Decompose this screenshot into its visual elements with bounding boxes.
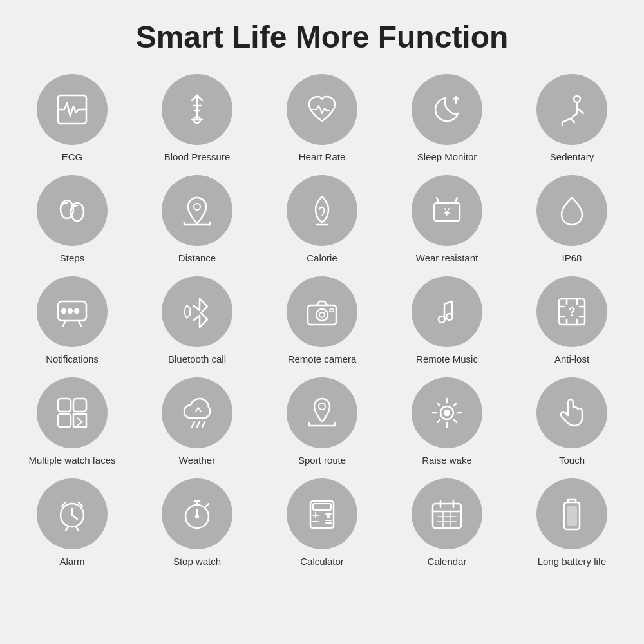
feature-ip68: IP68 <box>513 175 631 263</box>
bluetooth-call-label: Bluetooth call <box>168 354 226 365</box>
feature-remote-music: Remote Music <box>388 276 506 365</box>
stop-watch-icon <box>178 495 216 533</box>
svg-point-22 <box>75 309 79 313</box>
svg-rect-96 <box>567 506 577 526</box>
svg-point-20 <box>62 309 66 313</box>
feature-blood-pressure: Blood Pressure <box>138 74 256 162</box>
svg-line-58 <box>454 403 457 406</box>
feature-anti-lost: ? Anti-lost <box>513 276 631 365</box>
svg-point-73 <box>196 515 198 518</box>
alarm-icon-circle <box>37 478 108 549</box>
ip68-icon-circle <box>536 175 607 246</box>
stop-watch-icon-circle <box>162 478 232 549</box>
sleep-monitor-icon <box>428 90 466 129</box>
feature-steps: Steps <box>13 175 131 263</box>
svg-text:¥: ¥ <box>444 207 450 218</box>
blood-pressure-icon <box>178 90 216 129</box>
ip68-icon <box>553 191 591 230</box>
ecg-icon <box>53 90 91 129</box>
alarm-label: Alarm <box>59 556 84 567</box>
feature-distance: Distance <box>138 175 256 263</box>
svg-point-26 <box>316 309 328 321</box>
svg-line-57 <box>454 420 457 422</box>
feature-heart-rate: Heart Rate <box>263 74 381 162</box>
svg-line-59 <box>437 420 440 422</box>
calculator-icon <box>303 495 341 533</box>
weather-icon <box>178 393 216 432</box>
remote-music-icon <box>428 292 466 331</box>
feature-raise-wake: Raise wake <box>388 377 506 466</box>
wear-resistant-icon-circle: ¥ <box>412 175 482 246</box>
remote-camera-label: Remote camera <box>288 354 357 365</box>
svg-text:?: ? <box>569 305 576 318</box>
features-grid: ECG Blood Pressure Heart Rate <box>13 74 631 567</box>
watch-faces-label: Multiple watch faces <box>28 455 115 466</box>
feature-stop-watch: Stop watch <box>138 478 256 567</box>
long-battery-icon-circle <box>536 478 607 549</box>
feature-ecg: ECG <box>13 74 131 162</box>
sport-route-icon-circle <box>287 377 357 448</box>
heart-rate-icon-circle <box>287 74 357 145</box>
svg-line-67 <box>76 527 79 531</box>
feature-bluetooth-call: Bluetooth call <box>138 276 256 365</box>
heart-rate-label: Heart Rate <box>299 151 346 162</box>
svg-line-72 <box>206 504 209 506</box>
calculator-label: Calculator <box>300 556 344 567</box>
raise-wake-label: Raise wake <box>422 455 472 466</box>
remote-music-label: Remote Music <box>416 354 478 365</box>
svg-point-27 <box>319 312 325 317</box>
remote-music-icon-circle <box>412 276 482 347</box>
feature-calendar: Calendar <box>388 478 506 567</box>
svg-line-44 <box>192 422 194 427</box>
svg-rect-43 <box>58 414 71 427</box>
sedentary-label: Sedentary <box>550 151 594 162</box>
weather-icon-circle <box>162 377 232 448</box>
remote-camera-icon-circle <box>287 276 357 347</box>
sleep-monitor-icon-circle <box>412 74 482 145</box>
svg-line-56 <box>437 403 440 406</box>
svg-point-60 <box>444 410 450 415</box>
sedentary-icon-circle <box>536 74 607 145</box>
feature-wear-resistant: ¥ Wear resistant <box>388 175 506 263</box>
notifications-label: Notifications <box>46 354 99 365</box>
steps-icon <box>53 191 91 230</box>
sedentary-icon <box>553 90 591 129</box>
distance-icon <box>178 191 216 230</box>
svg-point-12 <box>194 204 200 210</box>
calendar-label: Calendar <box>428 556 467 567</box>
watch-faces-icon <box>53 393 91 432</box>
long-battery-icon <box>553 495 591 533</box>
calendar-icon-circle <box>412 478 482 549</box>
sleep-monitor-label: Sleep Monitor <box>417 151 477 162</box>
alarm-icon <box>53 495 91 533</box>
calendar-icon <box>428 495 466 533</box>
feature-notifications: Notifications <box>13 276 131 365</box>
calorie-label: Calorie <box>307 252 337 263</box>
svg-rect-84 <box>433 504 461 528</box>
feature-calculator: Calculator <box>263 478 381 567</box>
calorie-icon-circle <box>287 175 357 246</box>
distance-icon-circle <box>162 175 232 246</box>
svg-line-66 <box>66 527 68 531</box>
steps-label: Steps <box>60 252 84 263</box>
feature-long-battery: Long battery life <box>513 478 631 567</box>
feature-weather: Weather <box>138 377 256 466</box>
ip68-label: IP68 <box>562 252 582 263</box>
feature-sedentary: Sedentary <box>513 74 631 162</box>
wear-resistant-icon: ¥ <box>428 191 466 230</box>
long-battery-label: Long battery life <box>538 556 607 567</box>
feature-touch: Touch <box>513 377 631 466</box>
calculator-icon-circle <box>287 478 357 549</box>
svg-line-45 <box>197 422 200 427</box>
svg-rect-28 <box>330 309 334 312</box>
svg-point-8 <box>574 96 580 102</box>
touch-icon-circle <box>536 377 607 448</box>
calorie-icon <box>303 191 341 230</box>
notifications-icon-circle <box>37 276 108 347</box>
sport-route-label: Sport route <box>298 455 346 466</box>
wear-resistant-label: Wear resistant <box>416 252 478 263</box>
blood-pressure-icon-circle <box>162 74 232 145</box>
touch-icon <box>553 393 591 432</box>
touch-label: Touch <box>559 455 585 466</box>
svg-rect-42 <box>73 399 86 412</box>
